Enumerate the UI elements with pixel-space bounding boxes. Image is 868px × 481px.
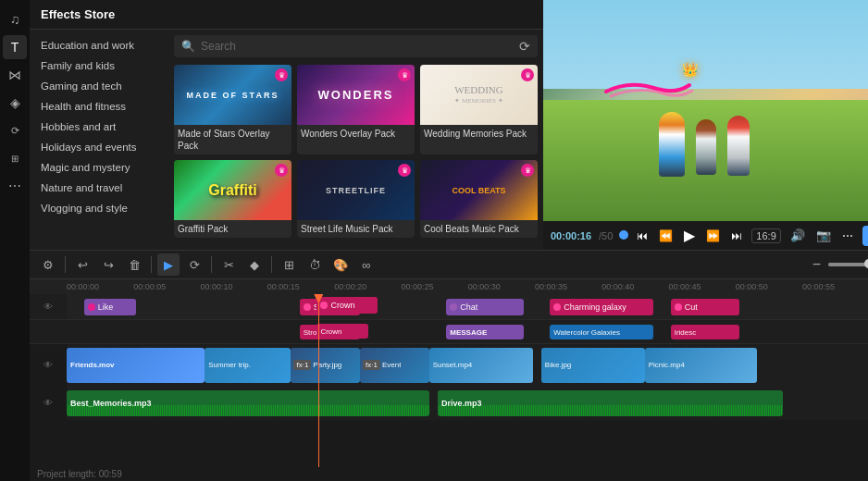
zoom-out-btn[interactable]: −	[809, 256, 825, 273]
category-holidays[interactable]: Holidays and events	[30, 137, 168, 157]
skip-fwd-btn[interactable]: ⏭	[729, 228, 744, 244]
clip-best-memories[interactable]: Best_Memories.mp3	[67, 390, 429, 416]
clip-event[interactable]: fx·1 Event	[360, 348, 429, 383]
clip-label-picnic: Picnic.mp4	[649, 361, 685, 369]
effect-card-street[interactable]: STREETLIFE ♛ Street Life Music Pack	[297, 160, 415, 238]
aspect-ratio-btn[interactable]: 16:9	[751, 228, 780, 243]
playhead[interactable]	[318, 294, 319, 467]
effect-card-made-of-stars[interactable]: MADE OF STARS ♛ Made of Stars Overlay Pa…	[174, 65, 291, 154]
effect-label-stars: Made of Stars Overlay Pack	[174, 125, 291, 154]
preview-controls: 00:00:16 /50 ⏮ ⏪ ▶ ⏩ ⏭ 16:9 🔊 📷 ⋯	[543, 221, 868, 250]
ruler-30: 00:00:30	[468, 282, 501, 291]
zoom-slider[interactable]	[828, 263, 868, 266]
clip-crown-sub[interactable]: Crown	[316, 324, 368, 339]
effect-badge-stars: ♛	[275, 68, 288, 81]
redo-btn[interactable]: ↪	[97, 253, 119, 276]
ruler-0: 00:00:00	[67, 282, 99, 291]
effect-card-cool-beats[interactable]: COOL BEATS ♛ Cool Beats Music Pack	[420, 160, 538, 238]
clip-summer[interactable]: Summer trip.	[205, 348, 291, 383]
clip-bike[interactable]: Bike.jpg	[541, 348, 645, 383]
clip-charming[interactable]: Charming galaxy	[550, 299, 653, 315]
clip-sunset[interactable]: Sunset.mp4	[429, 348, 533, 383]
eye-icon-audio1[interactable]: 👁	[43, 398, 53, 408]
clip-iridesc[interactable]: Iridesc	[671, 325, 740, 339]
category-health[interactable]: Health and fitness	[30, 96, 168, 117]
cut-btn[interactable]: ✂	[217, 253, 240, 276]
effect-label-wedding: Wedding Memories Pack	[420, 125, 538, 142]
clip-drive[interactable]: Drive.mp3	[438, 390, 783, 416]
effect-card-wedding[interactable]: WEDDING ✦ MEMORIES ✦ ♛ Wedding Memories …	[420, 65, 538, 154]
volume-icon[interactable]: 🔊	[788, 227, 807, 244]
clip-friends[interactable]: Friends.mov	[67, 348, 205, 383]
zoom-fill	[828, 263, 868, 266]
settings-icon[interactable]: ⚙	[37, 253, 59, 276]
play-btn[interactable]: ▶	[682, 225, 697, 246]
app-container: ♫ T ⋈ ◈ ⟳ ⊞ ⋯ Effects Store Education an…	[0, 0, 868, 481]
category-magic[interactable]: Magic and mystery	[30, 157, 168, 178]
delete-btn[interactable]: 🗑	[123, 253, 145, 276]
time-current: 00:00:16	[551, 230, 591, 241]
category-gaming[interactable]: Gaming and tech	[30, 76, 168, 96]
snapshot-icon[interactable]: 📷	[814, 227, 833, 244]
link-btn[interactable]: ∞	[355, 253, 378, 276]
toolbar-sep-1	[65, 256, 66, 273]
clip-crown[interactable]: Crown	[316, 297, 377, 314]
undo-btn[interactable]: ↩	[71, 253, 93, 276]
clip-label-crown: Crown	[330, 301, 354, 310]
category-education[interactable]: Education and work	[30, 35, 168, 56]
track-content-text1: Like Strokes Crown	[67, 294, 868, 319]
category-family[interactable]: Family and kids	[30, 56, 168, 76]
sidebar-item-text[interactable]: T	[3, 35, 27, 59]
effect-card-wonders[interactable]: WONDERS ♛ Wonders Overlay Pack	[297, 65, 415, 154]
clip-watercolor[interactable]: Watercolor Galaxies	[550, 325, 653, 339]
fx-tag-event: fx·1	[363, 360, 380, 370]
clip-party[interactable]: fx·1 Party.jpg	[291, 348, 360, 383]
skip-back-btn[interactable]: ⏮	[635, 228, 650, 244]
sidebar-item-more[interactable]: ⋯	[3, 174, 27, 198]
fx-tag-party: fx·1	[293, 360, 311, 370]
loop-btn[interactable]: ⟳	[183, 253, 205, 276]
sidebar-item-effects[interactable]: ⋈	[3, 63, 27, 87]
refresh-icon[interactable]: ⟳	[519, 39, 530, 54]
step-back-btn[interactable]: ⏪	[657, 228, 675, 244]
toolbar-sep-2	[151, 256, 152, 273]
clip-label-iridesc: Iridesc	[675, 328, 697, 337]
speed-btn[interactable]: ⏱	[304, 253, 326, 276]
mark-btn[interactable]: ◆	[243, 253, 266, 276]
clip-label-friends: Friends.mov	[70, 361, 115, 369]
sidebar-item-filters[interactable]: ⟳	[3, 118, 27, 142]
search-icon: 🔍	[181, 40, 195, 53]
eye-icon-video[interactable]: 👁	[43, 360, 53, 370]
clip-label-party: Party.jpg	[313, 361, 341, 369]
timeline-tracks: 👁 Like Strokes	[30, 294, 868, 467]
toolbar-sep-4	[271, 256, 272, 273]
zoom-thumb	[864, 259, 868, 268]
ruler-marks: 00:00:00 00:00:05 00:00:10 00:00:15 00:0…	[67, 282, 868, 291]
step-fwd-btn[interactable]: ⏩	[704, 228, 722, 244]
clip-cut[interactable]: Cut	[671, 299, 740, 315]
color-btn[interactable]: 🎨	[329, 253, 352, 276]
sidebar-item-overlays[interactable]: ⊞	[3, 146, 27, 170]
export-button[interactable]: Export ▾	[862, 226, 868, 246]
clip-like[interactable]: Like	[84, 299, 136, 315]
category-nature[interactable]: Nature and travel	[30, 178, 168, 198]
search-input[interactable]	[201, 40, 514, 53]
sidebar-item-stickers[interactable]: ◈	[3, 91, 27, 115]
ruler-5: 00:00:05	[133, 282, 166, 291]
more-options-icon[interactable]: ⋯	[840, 228, 855, 244]
eye-icon[interactable]: 👁	[43, 302, 53, 312]
project-length: Project length: 00:59	[30, 467, 868, 481]
track-label-text2	[30, 320, 67, 343]
sidebar-item-music[interactable]: ♫	[3, 7, 27, 31]
clip-chat[interactable]: Chat	[446, 299, 524, 315]
play-timeline-btn[interactable]: ▶	[157, 253, 180, 276]
top-section: Effects Store Education and work Family …	[30, 0, 868, 250]
category-vlogging[interactable]: Vlogging and style	[30, 198, 168, 218]
ruler-20: 00:00:20	[334, 282, 366, 291]
icon-bar: ♫ T ⋈ ◈ ⟳ ⊞ ⋯	[0, 0, 30, 481]
category-hobbies[interactable]: Hobbies and art	[30, 117, 168, 137]
effect-card-graffiti[interactable]: Graffiti ♛ Graffiti Pack	[174, 160, 291, 238]
clip-picnic[interactable]: Picnic.mp4	[645, 348, 757, 383]
split-btn[interactable]: ⊞	[278, 253, 300, 276]
clip-message[interactable]: MESSAGE	[446, 325, 524, 339]
